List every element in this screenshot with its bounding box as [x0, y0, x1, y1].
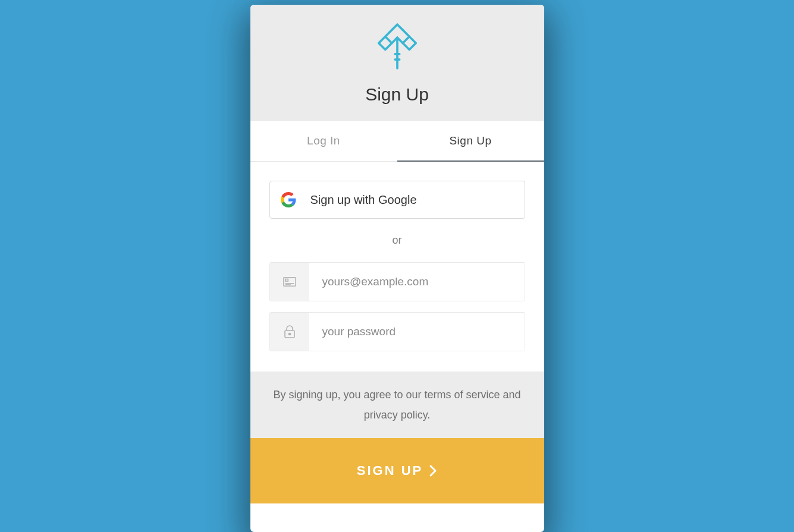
submit-label: SIGN UP: [357, 463, 423, 479]
chevron-right-icon: [429, 464, 437, 477]
tab-login[interactable]: Log In: [250, 121, 397, 161]
email-input[interactable]: [309, 263, 525, 301]
separator-text: or: [269, 234, 525, 247]
google-icon: [281, 192, 296, 207]
page-title: Sign Up: [262, 84, 532, 105]
auth-tabs: Log In Sign Up: [250, 121, 544, 162]
svg-rect-4: [285, 279, 288, 281]
lock-icon: [270, 313, 309, 351]
password-input[interactable]: [309, 313, 525, 351]
svg-point-8: [288, 333, 290, 335]
google-signup-button[interactable]: Sign up with Google: [269, 181, 525, 219]
card-header: Sign Up: [250, 5, 544, 121]
password-field-wrapper: [269, 312, 525, 351]
email-field-wrapper: [269, 262, 525, 301]
tab-signup[interactable]: Sign Up: [397, 121, 544, 162]
google-signup-label: Sign up with Google: [310, 193, 417, 207]
terms-text: By signing up, you agree to our terms of…: [250, 372, 544, 438]
form-body: Sign up with Google or: [250, 162, 544, 372]
signup-card: Sign Up Log In Sign Up Sign up with Goog…: [250, 5, 544, 532]
brand-logo-icon: [370, 19, 425, 76]
email-icon: [270, 263, 309, 301]
submit-button[interactable]: SIGN UP: [250, 438, 544, 503]
